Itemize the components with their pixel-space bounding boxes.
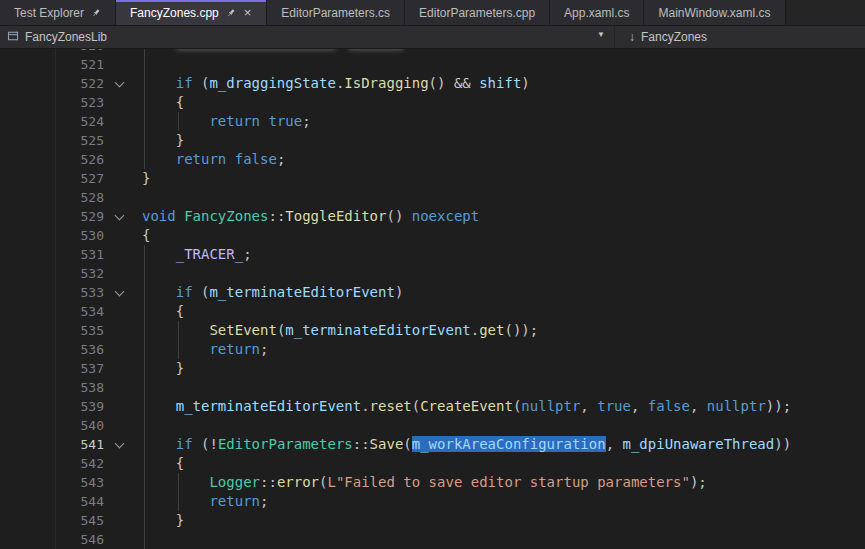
code-line[interactable]: 543 Logger::error(L"Failed to save edito… — [0, 473, 865, 492]
breakpoint-margin[interactable] — [0, 283, 55, 302]
code-text[interactable]: if (m_terminateEditorEvent) — [142, 283, 403, 302]
breakpoint-margin[interactable] — [0, 74, 55, 93]
code-text[interactable]: return; — [142, 492, 268, 511]
breakpoint-margin[interactable] — [0, 492, 55, 511]
line-number: 529 — [55, 207, 104, 226]
breakpoint-margin[interactable] — [0, 321, 55, 340]
chevron-down-icon[interactable]: ▼ — [597, 30, 605, 39]
tab-test-explorer[interactable]: Test Explorer — [0, 0, 116, 25]
code-text[interactable]: void FancyZones::ToggleEditor() noexcept — [142, 207, 479, 226]
code-text[interactable]: { — [142, 93, 184, 112]
code-text[interactable]: return; — [142, 340, 268, 359]
code-line[interactable]: 545 } — [0, 511, 865, 530]
code-editor[interactable]: 520 521522 if (m_draggingState.IsDraggin… — [0, 49, 865, 549]
code-text[interactable] — [142, 49, 416, 55]
code-text[interactable]: } — [142, 169, 150, 188]
code-line[interactable]: 531 _TRACER_; — [0, 245, 865, 264]
tab-fancyzones-cpp[interactable]: FancyZones.cpp× — [116, 0, 267, 25]
breakpoint-margin[interactable] — [0, 473, 55, 492]
fold-chevron-icon[interactable] — [115, 287, 125, 297]
breakpoint-margin[interactable] — [0, 93, 55, 112]
pin-icon[interactable] — [91, 8, 101, 18]
breakpoint-margin[interactable] — [0, 397, 55, 416]
code-text[interactable]: { — [142, 226, 150, 245]
fold-margin — [104, 55, 142, 74]
breakpoint-margin[interactable] — [0, 416, 55, 435]
code-line[interactable]: 530{ — [0, 226, 865, 245]
breakpoint-margin[interactable] — [0, 207, 55, 226]
code-text[interactable]: if (m_draggingState.IsDragging() && shif… — [142, 74, 530, 93]
code-text[interactable]: { — [142, 454, 184, 473]
fold-chevron-icon[interactable] — [115, 78, 125, 88]
code-text[interactable]: return false; — [142, 150, 285, 169]
code-line[interactable]: 539 m_terminateEditorEvent.reset(CreateE… — [0, 397, 865, 416]
code-text[interactable]: } — [142, 359, 184, 378]
code-line[interactable]: 534 { — [0, 302, 865, 321]
code-line[interactable]: 536 return; — [0, 340, 865, 359]
code-line[interactable]: 522 if (m_draggingState.IsDragging() && … — [0, 74, 865, 93]
code-line[interactable]: 529void FancyZones::ToggleEditor() noexc… — [0, 207, 865, 226]
code-token: } — [176, 360, 184, 376]
breakpoint-margin[interactable] — [0, 378, 55, 397]
line-number: 523 — [55, 93, 104, 112]
code-token: { — [176, 455, 184, 471]
fold-chevron-icon[interactable] — [115, 439, 125, 449]
code-token: m_draggingState — [209, 75, 335, 91]
breakpoint-margin[interactable] — [0, 264, 55, 283]
tab-app-xaml-cs[interactable]: App.xaml.cs — [550, 0, 644, 25]
code-line[interactable]: 541 if (!EditorParameters::Save(m_workAr… — [0, 435, 865, 454]
tab-mainwindow-xaml-cs[interactable]: MainWindow.xaml.cs — [644, 0, 785, 25]
tab-editorparameters-cpp[interactable]: EditorParameters.cpp — [405, 0, 550, 25]
breakpoint-margin[interactable] — [0, 150, 55, 169]
code-line[interactable]: 542 { — [0, 454, 865, 473]
code-text[interactable]: if (!EditorParameters::Save(m_workAreaCo… — [142, 435, 791, 454]
close-icon[interactable]: × — [243, 6, 253, 19]
code-token: if — [176, 75, 193, 91]
code-line[interactable]: 532 — [0, 264, 865, 283]
breakpoint-margin[interactable] — [0, 55, 55, 74]
breakpoint-margin[interactable] — [0, 454, 55, 473]
code-line[interactable]: 533 if (m_terminateEditorEvent) — [0, 283, 865, 302]
breakpoint-margin[interactable] — [0, 112, 55, 131]
breakpoint-margin[interactable] — [0, 435, 55, 454]
code-line[interactable]: 525 } — [0, 131, 865, 150]
pin-icon[interactable] — [226, 8, 236, 18]
breakpoint-margin[interactable] — [0, 226, 55, 245]
code-text[interactable]: { — [142, 302, 184, 321]
code-text[interactable]: _TRACER_; — [142, 245, 252, 264]
project-dropdown[interactable]: FancyZonesLib ▼ — [0, 26, 615, 48]
breakpoint-margin[interactable] — [0, 340, 55, 359]
fold-margin — [104, 226, 142, 245]
code-line[interactable]: 527} — [0, 169, 865, 188]
code-line[interactable]: 540 — [0, 416, 865, 435]
code-text[interactable]: } — [142, 131, 184, 150]
breakpoint-margin[interactable] — [0, 530, 55, 549]
code-text[interactable]: SetEvent(m_terminateEditorEvent.get()); — [142, 321, 538, 340]
code-line[interactable]: 528 — [0, 188, 865, 207]
code-line[interactable]: 546 — [0, 530, 865, 549]
code-line[interactable]: 524 return true; — [0, 112, 865, 131]
code-line[interactable]: 523 { — [0, 93, 865, 112]
code-text[interactable]: m_terminateEditorEvent.reset(CreateEvent… — [142, 397, 791, 416]
code-line[interactable]: 521 — [0, 55, 865, 74]
tab-editorparameters-cs[interactable]: EditorParameters.cs — [267, 0, 405, 25]
breakpoint-margin[interactable] — [0, 245, 55, 264]
code-line[interactable]: 537 } — [0, 359, 865, 378]
fold-chevron-icon[interactable] — [115, 211, 125, 221]
breakpoint-margin[interactable] — [0, 188, 55, 207]
code-text[interactable]: Logger::error(L"Failed to save editor st… — [142, 473, 707, 492]
breakpoint-margin[interactable] — [0, 511, 55, 530]
breakpoint-margin[interactable] — [0, 359, 55, 378]
code-token: ( — [403, 436, 411, 452]
breakpoint-margin[interactable] — [0, 302, 55, 321]
code-text[interactable]: return true; — [142, 112, 311, 131]
code-line[interactable]: 544 return; — [0, 492, 865, 511]
code-line[interactable]: 535 SetEvent(m_terminateEditorEvent.get(… — [0, 321, 865, 340]
code-line[interactable]: 538 — [0, 378, 865, 397]
line-number: 545 — [55, 511, 104, 530]
breakpoint-margin[interactable] — [0, 131, 55, 150]
code-text[interactable]: } — [142, 511, 184, 530]
scope-dropdown[interactable]: ↓ FancyZones — [615, 26, 865, 48]
breakpoint-margin[interactable] — [0, 169, 55, 188]
code-line[interactable]: 526 return false; — [0, 150, 865, 169]
